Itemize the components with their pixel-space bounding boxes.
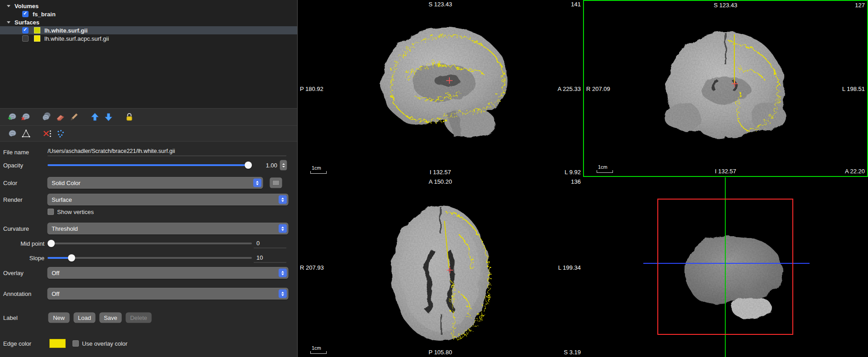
render-dropdown[interactable]: Surface xyxy=(48,194,288,205)
move-up-icon[interactable] xyxy=(88,111,101,124)
curvature-dropdown-value: Threshold xyxy=(52,225,78,232)
lock-icon[interactable] xyxy=(122,111,136,124)
file-name-field[interactable]: /Users/aschadler/Scratch/brace221/lh.whi… xyxy=(48,148,286,156)
coronal-view[interactable]: S 123.43 127 R 207.09 L 198.51 I 132.57 … xyxy=(583,0,868,177)
use-overlay-color-label: Use overlay color xyxy=(82,340,127,347)
color-dropdown-value: Solid Color xyxy=(52,180,81,186)
checkbox-unchecked-icon[interactable] xyxy=(22,35,29,42)
show-vertices-checkbox[interactable] xyxy=(48,209,54,215)
orientation-label-left: P 180.92 xyxy=(300,85,323,92)
render-dropdown-value: Surface xyxy=(52,196,72,203)
move-down-icon[interactable] xyxy=(101,111,115,124)
mid-point-slider[interactable] xyxy=(48,239,252,248)
chevron-up-down-icon xyxy=(279,290,287,298)
annotation-row: Annotation Off xyxy=(0,287,297,300)
scale-bar-label: 1cm xyxy=(312,165,327,171)
show-vertices-row: Show vertices xyxy=(0,205,297,219)
label-save-button[interactable]: Save xyxy=(100,313,121,323)
tree-item-label: lh.white.surf.gii xyxy=(44,27,87,34)
opacity-slider[interactable] xyxy=(48,161,252,169)
chevron-up-down-icon xyxy=(279,224,287,233)
opacity-value[interactable]: 1.00 xyxy=(257,162,277,169)
opacity-row: Opacity 1.00 xyxy=(0,158,297,172)
color-dropdown[interactable]: Solid Color xyxy=(48,177,263,189)
checkbox-checked-icon[interactable] xyxy=(22,27,29,33)
slider-track xyxy=(48,164,252,166)
scale-bar: 1cm xyxy=(310,345,327,354)
curvature-label: Curvature xyxy=(3,225,29,232)
tree-item-label: fs_brain xyxy=(33,11,56,18)
slope-row: Slope 10 xyxy=(0,251,297,265)
tree-item-label: lh.white.surf.acpc.surf.gii xyxy=(44,35,109,42)
tree-volumes-header[interactable]: Volumes xyxy=(0,2,297,10)
orientation-label-top: A 150.20 xyxy=(429,178,452,185)
tree-item-fs-brain[interactable]: fs_brain xyxy=(0,10,297,18)
overlay-label: Overlay xyxy=(3,270,24,276)
orientation-label-corner: L 9.92 xyxy=(564,169,581,176)
slider-knob[interactable] xyxy=(48,240,55,247)
three-d-view[interactable] xyxy=(583,177,868,357)
eraser-icon[interactable] xyxy=(53,111,67,124)
chevron-up-down-icon xyxy=(279,195,287,204)
orientation-label-right: L 199.34 xyxy=(558,264,581,271)
surface-toolbar xyxy=(0,126,297,142)
show-vertices-label: Show vertices xyxy=(57,209,94,215)
overlay-dropdown-value: Off xyxy=(52,270,59,276)
brush-icon[interactable] xyxy=(67,111,81,124)
axial-view[interactable]: A 150.20 136 R 207.93 L 199.34 P 105.80 … xyxy=(298,177,583,357)
slider-track xyxy=(48,243,252,244)
slice-number: 141 xyxy=(571,1,581,8)
edge-color-well[interactable] xyxy=(49,338,66,348)
orientation-label-right: A 225.33 xyxy=(558,85,581,92)
tree-item-surface-selected[interactable]: lh.white.surf.gii xyxy=(0,26,297,34)
sagittal-view[interactable]: S 123.43 141 P 180.92 A 225.33 I 132.57 … xyxy=(298,0,583,177)
slope-slider[interactable] xyxy=(48,254,252,262)
label-load-button[interactable]: Load xyxy=(74,313,95,323)
coronal-brain-image xyxy=(584,1,867,176)
overlay-dropdown[interactable]: Off xyxy=(48,267,288,279)
file-name-row: File name /Users/aschadler/Scratch/brace… xyxy=(0,145,297,159)
three-d-brain-image xyxy=(583,177,868,357)
surface-color-swatch xyxy=(34,35,40,42)
brain-icon[interactable] xyxy=(5,127,19,140)
scale-bar-ruler-icon xyxy=(597,170,613,173)
tree-item-surface-acpc[interactable]: lh.white.surf.acpc.surf.gii xyxy=(0,34,297,43)
slope-value[interactable]: 10 xyxy=(254,253,286,263)
brain-pair-icon[interactable] xyxy=(40,111,53,124)
slider-knob[interactable] xyxy=(245,162,252,169)
tree-surfaces-header[interactable]: Surfaces xyxy=(0,18,297,26)
remove-brain-icon[interactable] xyxy=(19,111,33,124)
scale-bar-label: 1cm xyxy=(598,164,613,170)
disclosure-triangle-icon[interactable] xyxy=(7,21,10,24)
use-overlay-color-checkbox[interactable] xyxy=(72,340,79,347)
curvature-dropdown[interactable]: Threshold xyxy=(48,223,288,234)
orientation-label-left: R 207.93 xyxy=(300,264,324,271)
label-label: Label xyxy=(3,314,18,321)
points-grid-icon[interactable] xyxy=(53,127,67,140)
tree-header-label: Volumes xyxy=(14,3,39,10)
scale-bar: 1cm xyxy=(597,164,613,173)
surface-color-well[interactable] xyxy=(270,178,282,188)
checkbox-checked-icon[interactable] xyxy=(22,11,29,17)
orientation-label-bottom: I 132.57 xyxy=(430,169,451,176)
orientation-label-corner: A 22.20 xyxy=(845,168,865,175)
orientation-label-top: S 123.43 xyxy=(714,2,737,9)
remove-points-icon[interactable] xyxy=(40,127,53,140)
disclosure-triangle-icon[interactable] xyxy=(7,5,10,7)
opacity-stepper[interactable] xyxy=(280,160,287,170)
label-delete-button[interactable]: Delete xyxy=(126,313,151,323)
add-brain-icon[interactable] xyxy=(5,111,19,124)
triangle-mesh-icon[interactable] xyxy=(19,127,33,140)
mid-point-label: Mid point xyxy=(0,240,44,247)
main-toolbar xyxy=(0,109,297,126)
label-new-button[interactable]: New xyxy=(48,313,69,323)
scale-bar-ruler-icon xyxy=(310,171,327,174)
tree-header-label: Surfaces xyxy=(14,19,39,26)
file-name-label: File name xyxy=(3,149,29,156)
orientation-label-bottom: I 132.57 xyxy=(715,168,736,175)
slider-knob[interactable] xyxy=(68,254,75,262)
curvature-row: Curvature Threshold xyxy=(0,222,297,235)
scale-bar: 1cm xyxy=(310,165,327,174)
mid-point-value[interactable]: 0 xyxy=(254,239,286,248)
annotation-dropdown[interactable]: Off xyxy=(48,288,288,300)
